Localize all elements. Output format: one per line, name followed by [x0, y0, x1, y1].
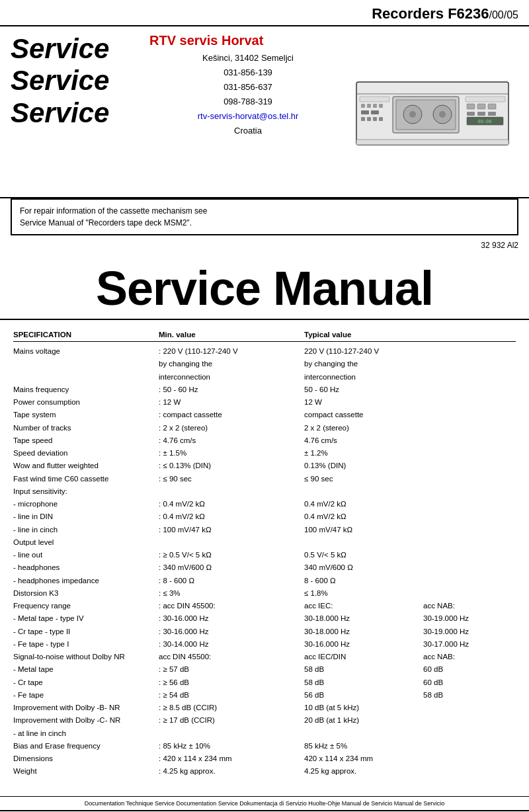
spec-nab: [423, 448, 516, 459]
model-variant: /00/05: [489, 9, 518, 20]
phone3: 098-788-319: [149, 95, 346, 109]
top-header: Recorders F6236/00/05: [0, 0, 529, 26]
spec-col-min-header: Min. value: [159, 331, 304, 339]
svg-rect-15: [361, 117, 365, 121]
svg-rect-19: [466, 97, 505, 102]
spec-typ: ± 1.2%: [304, 448, 423, 459]
spec-typ: 220 V (110-127-240 V: [304, 346, 423, 357]
spec-row: Tape speed : 4.76 cm/s 4.76 cm/s: [13, 435, 516, 446]
spec-min: : compact cassette: [159, 409, 304, 421]
svg-rect-10: [367, 104, 371, 108]
spec-nab: acc NAB:: [423, 651, 516, 663]
spec-min: : ≥ 54 dB: [159, 690, 304, 701]
spec-nab: [423, 511, 516, 522]
svg-rect-24: [477, 112, 485, 116]
spec-nab: [423, 753, 516, 764]
spec-row: Speed deviation : ± 1.5% ± 1.2%: [13, 448, 516, 459]
spec-row: Improvement with Dolby -B- NR : ≥ 8.5 dB…: [13, 702, 516, 713]
spec-col-nab-header: [423, 331, 516, 339]
spec-nab: 58 dB: [423, 690, 516, 701]
spec-label: - Fe tape: [13, 690, 159, 701]
spec-nab: [423, 524, 516, 536]
svg-rect-8: [360, 97, 389, 102]
service-manual-title: Service Manual: [0, 251, 529, 320]
spec-typ: 20 dB (at 1 kHz): [304, 715, 423, 726]
spec-row: - line in DIN : 0.4 mV/2 kΩ 0.4 mV/2 kΩ: [13, 511, 516, 522]
spec-nab: [423, 562, 516, 573]
address-block: Kešinci, 31402 Semeljci 031-856-139 031-…: [149, 51, 346, 139]
spec-typ: 58 dB: [304, 677, 423, 688]
spec-label: [13, 358, 159, 370]
spec-nab: [423, 537, 516, 548]
spec-typ: 0.4 mV/2 kΩ: [304, 511, 423, 522]
svg-rect-12: [379, 104, 383, 108]
spec-label: Mains voltage: [13, 346, 159, 357]
spec-min: : 0.4 mV/2 kΩ: [159, 499, 304, 510]
spec-nab: acc NAB:: [423, 600, 516, 612]
spec-min: : 100 mV/47 kΩ: [159, 524, 304, 536]
spec-label: Tape speed: [13, 435, 159, 446]
service-word-2: Service: [11, 65, 143, 97]
spec-nab: [423, 372, 516, 383]
spec-row: - Cr tape - type II : 30-16.000 Hz 30-18…: [13, 626, 516, 637]
spec-typ: 2 x 2 (stereo): [304, 423, 423, 434]
spec-label: - line in DIN: [13, 511, 159, 522]
spec-typ: ≤ 1.8%: [304, 588, 423, 599]
spec-row: Output level: [13, 537, 516, 548]
svg-rect-18: [379, 117, 383, 121]
spec-typ: 56 dB: [304, 690, 423, 701]
phone1: 031-856-139: [149, 65, 346, 80]
spec-min: : 85 kHz ± 10%: [159, 741, 304, 752]
service-word-3: Service: [11, 97, 143, 129]
spec-nab: [423, 728, 516, 739]
spec-typ: 0.4 mV/2 kΩ: [304, 499, 423, 510]
spec-typ: 420 x 114 x 234 mm: [304, 753, 423, 764]
spec-label: Number of tracks: [13, 423, 159, 434]
spec-nab: [423, 499, 516, 510]
spec-label: - line out: [13, 549, 159, 561]
email[interactable]: rtv-servis-horvat@os.tel.hr: [149, 109, 346, 124]
spec-row: Signal-to-noise without Dolby NR acc DIN…: [13, 651, 516, 663]
spec-label: Mains frequency: [13, 384, 159, 395]
spec-nab: [423, 423, 516, 434]
spec-min: : 0.4 mV/2 kΩ: [159, 511, 304, 522]
spec-col-typ-header: Typical value: [304, 331, 423, 339]
svg-point-5: [409, 111, 416, 118]
spec-label: - line in cinch: [13, 524, 159, 536]
spec-label: - Fe tape - type I: [13, 639, 159, 650]
service-word-1: Service: [11, 33, 143, 65]
svg-point-7: [439, 111, 446, 118]
spec-nab: 30-19.000 Hz: [423, 626, 516, 637]
spec-typ: 30-18.000 Hz: [304, 626, 423, 637]
spec-row: Weight : 4.25 kg approx. 4.25 kg approx.: [13, 766, 516, 777]
spec-min: : 4.25 kg approx.: [159, 766, 304, 777]
address-line1: Kešinci, 31402 Semeljci: [149, 51, 346, 65]
spec-nab: [423, 486, 516, 497]
repair-info-box: For repair information of the cassette m…: [11, 198, 518, 235]
spec-typ: 0.5 V/< 5 kΩ: [304, 549, 423, 561]
spec-nab: [423, 435, 516, 446]
spec-min: : 420 x 114 x 234 mm: [159, 753, 304, 764]
spec-label: - headphones: [13, 562, 159, 573]
upper-section: Service Service Service RTV servis Horva…: [0, 26, 529, 198]
spec-row: - at line in cinch: [13, 728, 516, 739]
spec-nab: 30-19.000 Hz: [423, 613, 516, 624]
spec-row: - microphone : 0.4 mV/2 kΩ 0.4 mV/2 kΩ: [13, 499, 516, 510]
spec-typ: 30-16.000 Hz: [304, 639, 423, 650]
spec-typ: 4.25 kg approx.: [304, 766, 423, 777]
spec-min: : 8 - 600 Ω: [159, 575, 304, 587]
spec-min: : ± 1.5%: [159, 448, 304, 459]
spec-nab: 60 dB: [423, 677, 516, 688]
spec-row: Frequency range : acc DIN 45500: acc IEC…: [13, 600, 516, 612]
spec-min: : 340 mV/600 Ω: [159, 562, 304, 573]
spec-label: Speed deviation: [13, 448, 159, 459]
spec-nab: [423, 460, 516, 471]
spec-label: - microphone: [13, 499, 159, 510]
svg-rect-22: [488, 104, 496, 109]
spec-typ: 340 mV/600 Ω: [304, 562, 423, 573]
spec-min: : ≤ 90 sec: [159, 473, 304, 485]
service-words-block: Service Service Service: [11, 33, 143, 190]
spec-label: [13, 372, 159, 383]
spec-typ: 50 - 60 Hz: [304, 384, 423, 395]
svg-rect-14: [371, 110, 379, 114]
